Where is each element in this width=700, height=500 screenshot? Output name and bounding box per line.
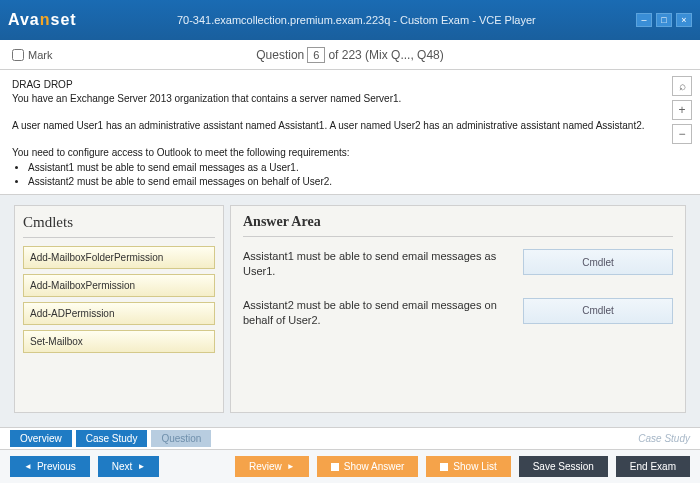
app-logo: Avanset xyxy=(8,11,77,29)
cmdlet-item[interactable]: Add-MailboxPermission xyxy=(23,274,215,297)
answer-heading: Answer Area xyxy=(243,214,673,237)
answer-text: Assistant2 must be able to send email me… xyxy=(243,298,509,329)
cmdlets-heading: Cmdlets xyxy=(23,214,215,238)
square-icon xyxy=(331,463,339,471)
search-icon[interactable]: ⌕ xyxy=(672,76,692,96)
end-exam-button[interactable]: End Exam xyxy=(616,456,690,477)
answer-drop-target[interactable]: Cmdlet xyxy=(523,249,673,275)
tab-question[interactable]: Question xyxy=(151,430,211,447)
footer-bar: Previous Next Review Show Answer Show Li… xyxy=(0,449,700,483)
review-button[interactable]: Review xyxy=(235,456,309,477)
zoom-controls: ⌕ + − xyxy=(672,76,692,144)
close-button[interactable]: × xyxy=(676,13,692,27)
tab-overview[interactable]: Overview xyxy=(10,430,72,447)
zoom-in-button[interactable]: + xyxy=(672,100,692,120)
question-line-2: A user named User1 has an administrative… xyxy=(12,119,688,133)
question-bullet: Assistant1 must be able to send email me… xyxy=(28,161,688,175)
zoom-out-button[interactable]: − xyxy=(672,124,692,144)
question-label-post: of 223 (Mix Q..., Q48) xyxy=(328,48,443,62)
answer-panel: Answer Area Assistant1 must be able to s… xyxy=(230,205,686,413)
show-list-button[interactable]: Show List xyxy=(426,456,510,477)
question-body: DRAG DROP You have an Exchange Server 20… xyxy=(0,70,700,195)
drag-drop-area: Cmdlets Add-MailboxFolderPermission Add-… xyxy=(0,195,700,427)
question-line-3: You need to configure access to Outlook … xyxy=(12,146,688,160)
question-label-pre: Question xyxy=(256,48,304,62)
maximize-button[interactable]: □ xyxy=(656,13,672,27)
square-icon xyxy=(440,463,448,471)
answer-row: Assistant1 must be able to send email me… xyxy=(243,249,673,280)
question-type: DRAG DROP xyxy=(12,78,688,92)
question-number: 6 xyxy=(307,47,325,63)
next-button[interactable]: Next xyxy=(98,456,159,477)
answer-text: Assistant1 must be able to send email me… xyxy=(243,249,509,280)
window-controls: – □ × xyxy=(636,13,692,27)
answer-drop-target[interactable]: Cmdlet xyxy=(523,298,673,324)
question-bullet: Assistant2 must be able to send email me… xyxy=(28,175,688,189)
window-title: 70-341.examcollection.premium.exam.223q … xyxy=(177,14,536,26)
question-bullets: Assistant1 must be able to send email me… xyxy=(28,161,688,188)
minimize-button[interactable]: – xyxy=(636,13,652,27)
tab-case-study[interactable]: Case Study xyxy=(76,430,148,447)
cmdlet-item[interactable]: Add-ADPermission xyxy=(23,302,215,325)
previous-button[interactable]: Previous xyxy=(10,456,90,477)
show-answer-button[interactable]: Show Answer xyxy=(317,456,419,477)
save-session-button[interactable]: Save Session xyxy=(519,456,608,477)
question-header: Mark Question 6 of 223 (Mix Q..., Q48) xyxy=(0,40,700,70)
mark-checkbox-wrap[interactable]: Mark xyxy=(12,49,52,61)
question-line-1: You have an Exchange Server 2013 organiz… xyxy=(12,92,688,106)
cmdlet-item[interactable]: Add-MailboxFolderPermission xyxy=(23,246,215,269)
titlebar: Avanset 70-341.examcollection.premium.ex… xyxy=(0,0,700,40)
mark-label: Mark xyxy=(28,49,52,61)
cmdlet-item[interactable]: Set-Mailbox xyxy=(23,330,215,353)
tab-right-label: Case Study xyxy=(638,433,690,444)
tab-bar: Overview Case Study Question Case Study xyxy=(0,427,700,449)
mark-checkbox[interactable] xyxy=(12,49,24,61)
answer-row: Assistant2 must be able to send email me… xyxy=(243,298,673,329)
cmdlets-panel: Cmdlets Add-MailboxFolderPermission Add-… xyxy=(14,205,224,413)
